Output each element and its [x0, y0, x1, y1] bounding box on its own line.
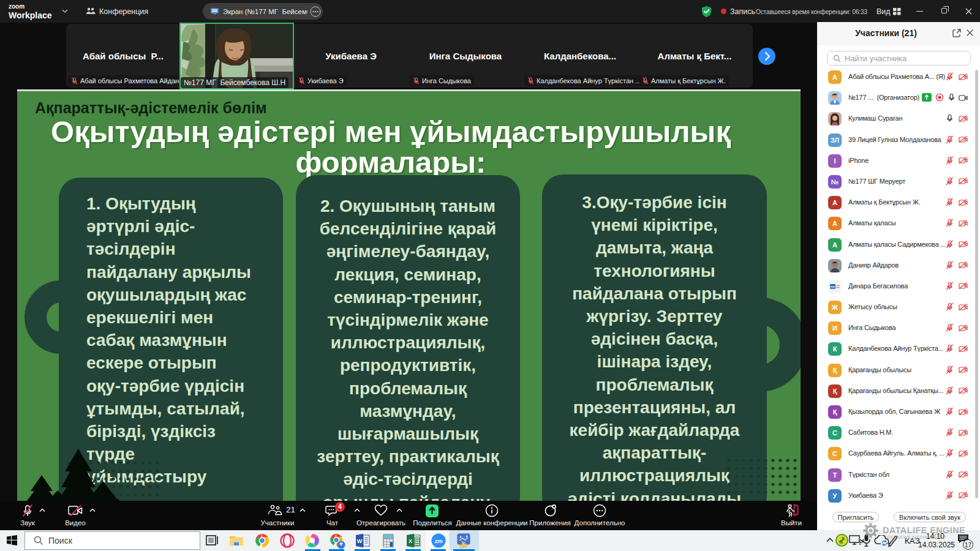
svg-text:X: X	[409, 538, 412, 544]
svg-text:ПТ: ПТ	[831, 285, 835, 288]
svg-text:W: W	[357, 538, 363, 544]
svg-text:zm: zm	[434, 538, 442, 544]
